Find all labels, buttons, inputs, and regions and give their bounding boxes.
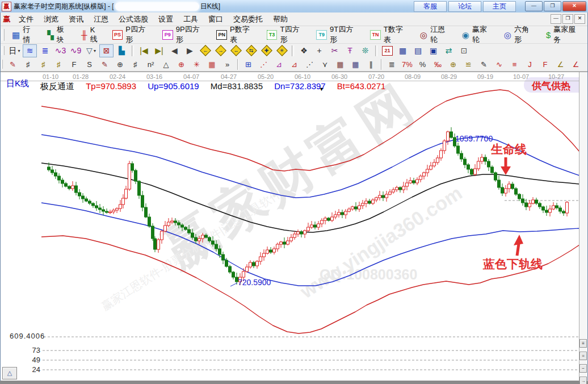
crosshair-button[interactable]: +: [312, 44, 326, 57]
curve-draw-button[interactable]: ≋: [23, 44, 37, 57]
calculator-button[interactable]: ▦: [396, 44, 410, 57]
zigzag-button[interactable]: ⋎: [318, 58, 332, 71]
menu-browse[interactable]: 浏览: [39, 14, 64, 24]
layout-three-rows-button[interactable]: ≡: [579, 339, 587, 348]
percent-button[interactable]: %: [415, 58, 430, 71]
menu-window[interactable]: 窗口: [203, 14, 228, 24]
quotes-button[interactable]: ▦行情: [7, 27, 42, 42]
permille-button[interactable]: ‰: [431, 58, 445, 71]
fan-grid-button[interactable]: ⊿: [287, 58, 301, 71]
cycle-circle-button[interactable]: ⊕: [113, 58, 127, 71]
overlay-garment-button[interactable]: Ŧ: [343, 44, 357, 57]
pencil-bar-button[interactable]: ✎: [477, 58, 491, 71]
save-button[interactable]: ▣: [426, 44, 440, 57]
dropdown-marker-icon[interactable]: ▼: [319, 86, 324, 92]
j-angle-button[interactable]: J: [523, 58, 537, 71]
gold-ratio-ruler-button[interactable]: ♯: [36, 58, 51, 71]
n-square-button[interactable]: n²: [144, 58, 158, 71]
customer-service-button[interactable]: 客服: [414, 1, 447, 12]
sectors-button[interactable]: ▚板块: [42, 27, 76, 42]
box-frame-button[interactable]: ⊞: [241, 58, 255, 71]
menu-tools[interactable]: 工具: [178, 14, 203, 24]
prism-button[interactable]: △: [159, 58, 173, 71]
restore-button[interactable]: ❐: [544, 1, 561, 11]
layout-one-row-button[interactable]: −: [579, 364, 587, 373]
p-number-table-button[interactable]: PNP数字表: [211, 27, 261, 42]
homepage-button[interactable]: 主页: [483, 1, 516, 12]
volume-profile-button[interactable]: ▙: [115, 44, 129, 57]
swap-diamond-button[interactable]: ⇆: [244, 44, 258, 57]
notepad-button[interactable]: ▤: [411, 44, 425, 57]
percent-seven-button[interactable]: 7%: [400, 58, 414, 71]
gold-angle-button[interactable]: ∠: [553, 58, 568, 71]
red-seal-button[interactable]: ⊠: [99, 44, 114, 57]
calendar-button[interactable]: 21: [380, 44, 394, 57]
gold-line-button[interactable]: ≌: [461, 58, 476, 71]
menu-file[interactable]: 文件: [14, 14, 39, 24]
cross-diamond-button[interactable]: ✚: [259, 44, 274, 57]
shift-left-diamond-button[interactable]: ←: [198, 44, 212, 57]
grid-small-button[interactable]: ▦: [333, 58, 347, 71]
close-button[interactable]: ✕: [562, 1, 586, 11]
jump-start-button[interactable]: |◀: [137, 44, 151, 57]
pencil-ruler-button[interactable]: ✎: [98, 58, 112, 71]
doc-minimize-button[interactable]: —: [551, 14, 561, 24]
brain-analyzer-button[interactable]: ❊: [358, 44, 372, 57]
menu-help[interactable]: 帮助: [268, 14, 293, 24]
layout-two-rows-button[interactable]: =: [579, 352, 587, 360]
menu-news[interactable]: 资讯: [64, 14, 89, 24]
pan-hand-button[interactable]: ❖: [297, 44, 311, 57]
menu-trade-entrust[interactable]: 交易委托: [228, 14, 268, 24]
winner-wheel-button[interactable]: ◉赢家轮: [457, 27, 499, 42]
gann-wheel-button[interactable]: ◎江恩轮: [415, 27, 457, 42]
step-back-button[interactable]: ◀: [167, 44, 182, 57]
p-square-button[interactable]: PSP四方形: [107, 27, 157, 42]
menu-settings[interactable]: 设置: [153, 14, 178, 24]
shen-angle-button[interactable]: ∠: [569, 58, 583, 71]
step-forward-button[interactable]: ▶: [183, 44, 197, 57]
remote-computer-button[interactable]: ⊡: [457, 44, 471, 57]
measure-scissors-button[interactable]: ✂: [327, 44, 342, 57]
grid-medium-button[interactable]: ▦: [348, 58, 363, 71]
t-square-button[interactable]: T3T四方形: [262, 27, 312, 42]
forum-button[interactable]: 论坛: [448, 1, 481, 12]
kline-chart-svg[interactable]: [1, 72, 587, 381]
f-angle-button[interactable]: F: [538, 58, 552, 71]
time-ruler-button[interactable]: ♯: [21, 58, 35, 71]
step-chart-9-button[interactable]: ∿9: [69, 44, 83, 57]
t-number-table-button[interactable]: TNT数字表: [365, 27, 415, 42]
gold-underline-button[interactable]: ≡: [507, 58, 522, 71]
indicator-name[interactable]: 极反通道: [40, 81, 74, 91]
scale-ruler-button[interactable]: ♯: [128, 58, 142, 71]
nine-p-square-button[interactable]: P99P四方形: [157, 27, 211, 42]
price-scale-button[interactable]: ≣: [385, 58, 399, 71]
pencil-button[interactable]: ✎: [6, 58, 20, 71]
menu-gann[interactable]: 江恩: [89, 14, 114, 24]
gann-fan-button[interactable]: ⋰: [257, 58, 271, 71]
win-angle-button[interactable]: ∠: [584, 58, 588, 71]
notes-button[interactable]: ≣: [38, 44, 52, 57]
doc-restore-button[interactable]: ❐: [562, 14, 573, 24]
period-day-button[interactable]: 日▾: [7, 44, 22, 57]
kline-button[interactable]: ╫K线: [76, 27, 107, 42]
send-data-button[interactable]: ⇄: [442, 44, 456, 57]
scroll-right-button[interactable]: →: [579, 377, 587, 384]
gold-price-ruler-button[interactable]: ♯: [52, 58, 66, 71]
parallel-lines-button[interactable]: ∥: [364, 58, 378, 71]
expand-horizontal-diamond-button[interactable]: ↔: [229, 44, 243, 57]
wave-line-button[interactable]: ∿: [492, 58, 506, 71]
kline-period-label[interactable]: 日K线: [6, 78, 29, 89]
more-tools-chevron-button[interactable]: »: [220, 58, 234, 71]
jump-end-button[interactable]: ▶|: [152, 44, 166, 57]
expand-panel-button[interactable]: △: [2, 367, 17, 379]
target-crosshair-button[interactable]: ⊕: [174, 58, 188, 71]
star-diamond-button[interactable]: ✳: [275, 44, 289, 57]
menu-formula-stock-pick[interactable]: 公式选股: [114, 14, 153, 24]
shift-right-diamond-button[interactable]: →: [213, 44, 228, 57]
nine-t-square-button[interactable]: T99T四方形: [311, 27, 365, 42]
spiral-ruler-button[interactable]: S: [82, 58, 96, 71]
doc-close-button[interactable]: ✕: [574, 14, 585, 24]
bottle-indicator-button[interactable]: ▽▾: [84, 44, 98, 57]
gold-circle-button[interactable]: ⊕: [446, 58, 460, 71]
starburst-button[interactable]: ✳: [190, 58, 204, 71]
